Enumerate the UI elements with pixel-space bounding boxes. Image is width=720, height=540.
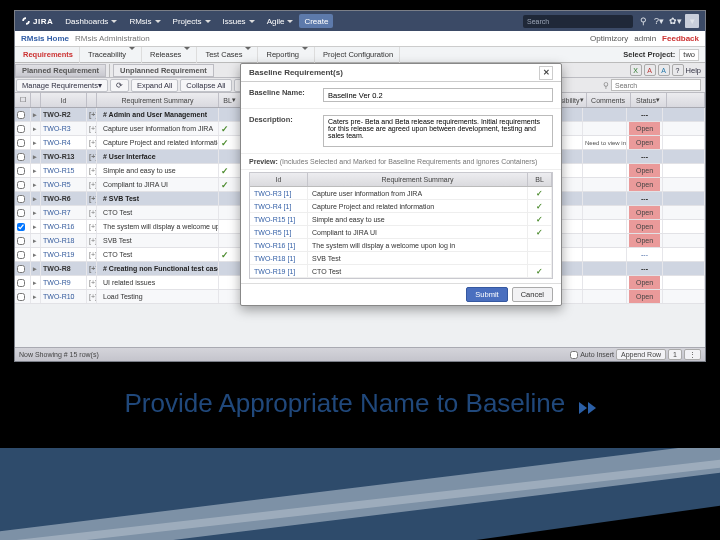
preview-row[interactable]: TWO-R3 [1]Capture user information from …: [250, 187, 552, 200]
pv-id[interactable]: TWO-R3 [1]: [250, 187, 308, 199]
row-id[interactable]: TWO-R8: [41, 262, 87, 275]
col-checkbox[interactable]: ☐: [15, 93, 31, 107]
tab-requirements[interactable]: Requirements: [17, 47, 80, 63]
pv-id[interactable]: TWO-R15 [1]: [250, 213, 308, 225]
col-status[interactable]: Status ▾: [631, 93, 667, 107]
row-checkbox[interactable]: [17, 237, 25, 245]
row-id[interactable]: TWO-R5: [41, 178, 87, 191]
pv-id[interactable]: TWO-R16 [1]: [250, 239, 308, 251]
create-button[interactable]: Create: [299, 14, 333, 28]
row-summary[interactable]: # SVB Test: [97, 192, 219, 205]
description-textarea[interactable]: [323, 115, 553, 147]
filter-search-input[interactable]: [611, 79, 701, 91]
menu-issues[interactable]: Issues: [217, 11, 261, 31]
rmsis-home-link[interactable]: RMsis Home: [21, 34, 69, 43]
row-id[interactable]: TWO-R9: [41, 276, 87, 289]
col-summary[interactable]: Requirement Summary: [97, 93, 219, 107]
quick-search-icon[interactable]: ⚲: [637, 15, 649, 27]
row-checkbox[interactable]: [17, 279, 25, 287]
pv-id[interactable]: TWO-R5 [1]: [250, 226, 308, 238]
feedback-link[interactable]: Feedback: [662, 34, 699, 43]
append-row-button[interactable]: Append Row: [616, 349, 666, 360]
export-pdf-icon[interactable]: A: [644, 64, 656, 76]
menu-agile[interactable]: Agile: [261, 11, 300, 31]
export-excel-icon[interactable]: X: [630, 64, 642, 76]
row-summary[interactable]: # User Interface: [97, 150, 219, 163]
jira-logo[interactable]: JIRA: [15, 16, 59, 26]
menu-dashboards[interactable]: Dashboards: [59, 11, 123, 31]
row-id[interactable]: TWO-R13: [41, 150, 87, 163]
col-id[interactable]: Id: [41, 93, 87, 107]
submit-button[interactable]: Submit: [466, 287, 507, 302]
unplanned-requirement-tab[interactable]: Unplanned Requirement: [113, 64, 214, 77]
menu-projects[interactable]: Projects: [167, 11, 217, 31]
row-id[interactable]: TWO-R7: [41, 206, 87, 219]
row-id[interactable]: TWO-R16: [41, 220, 87, 233]
manage-requirements-button[interactable]: Manage Requirements ▾: [16, 79, 108, 92]
row-id[interactable]: TWO-R19: [41, 248, 87, 261]
tab-reporting[interactable]: Reporting: [260, 47, 315, 63]
project-select[interactable]: two: [679, 49, 699, 61]
append-count[interactable]: 1: [668, 349, 682, 360]
preview-row[interactable]: TWO-R4 [1]Capture Project and related in…: [250, 200, 552, 213]
export-csv-icon[interactable]: A: [658, 64, 670, 76]
cancel-button[interactable]: Cancel: [512, 287, 553, 302]
row-summary[interactable]: UI related issues: [97, 276, 219, 289]
row-id[interactable]: TWO-R18: [41, 234, 87, 247]
row-checkbox[interactable]: [17, 167, 25, 175]
append-more-button[interactable]: ⋮: [684, 349, 701, 360]
row-id[interactable]: TWO-R4: [41, 136, 87, 149]
row-id[interactable]: TWO-R3: [41, 122, 87, 135]
row-checkbox[interactable]: [17, 293, 25, 301]
row-checkbox[interactable]: [17, 111, 25, 119]
row-summary[interactable]: Capture Project and related information: [97, 136, 219, 149]
row-summary[interactable]: Simple and easy to use: [97, 164, 219, 177]
row-id[interactable]: TWO-R2: [41, 108, 87, 121]
refresh-button[interactable]: ⟳: [110, 79, 129, 92]
preview-row[interactable]: TWO-R15 [1]Simple and easy to use✓: [250, 213, 552, 226]
expand-all-button[interactable]: Expand All: [131, 79, 178, 92]
pv-id[interactable]: TWO-R19 [1]: [250, 265, 308, 277]
row-checkbox[interactable]: [17, 181, 25, 189]
preview-row[interactable]: TWO-R16 [1]The system will display a wel…: [250, 239, 552, 252]
menu-rmsis[interactable]: RMsis: [123, 11, 166, 31]
row-summary[interactable]: Capture user information from JIRA: [97, 122, 219, 135]
row-id[interactable]: TWO-R15: [41, 164, 87, 177]
admin-link[interactable]: admin: [634, 34, 656, 43]
col-comments[interactable]: Comments: [587, 93, 631, 107]
planned-requirement-tab[interactable]: Planned Requirement: [15, 64, 106, 77]
row-checkbox[interactable]: [17, 209, 25, 217]
help-label[interactable]: Help: [686, 66, 701, 75]
row-checkbox[interactable]: [17, 125, 25, 133]
global-search[interactable]: Search: [523, 15, 633, 28]
row-summary[interactable]: Compliant to JIRA UI: [97, 178, 219, 191]
settings-icon[interactable]: ✿▾: [669, 15, 681, 27]
row-summary[interactable]: # Admin and User Management: [97, 108, 219, 121]
baseline-name-input[interactable]: [323, 88, 553, 102]
rmsis-admin-link[interactable]: RMsis Administration: [75, 34, 150, 43]
tab-testcases[interactable]: Test Cases: [199, 47, 258, 63]
row-summary[interactable]: Load Testing: [97, 290, 219, 303]
preview-row[interactable]: TWO-R5 [1]Compliant to JIRA UI✓: [250, 226, 552, 239]
row-checkbox[interactable]: [17, 139, 25, 147]
row-checkbox[interactable]: [17, 153, 25, 161]
row-checkbox[interactable]: [17, 251, 25, 259]
tab-projectconfig[interactable]: Project Configuration: [317, 47, 400, 63]
optimizory-link[interactable]: Optimizory: [590, 34, 628, 43]
row-summary[interactable]: CTO Test: [97, 248, 219, 261]
row-summary[interactable]: SVB Test: [97, 234, 219, 247]
row-id[interactable]: TWO-R6: [41, 192, 87, 205]
pv-id[interactable]: TWO-R18 [1]: [250, 252, 308, 264]
preview-row[interactable]: TWO-R18 [1]SVB Test: [250, 252, 552, 265]
collapse-all-button[interactable]: Collapse All: [180, 79, 231, 92]
row-summary[interactable]: # Creating non Functional test cases: [97, 262, 219, 275]
modal-close-button[interactable]: ✕: [539, 66, 553, 80]
pv-id[interactable]: TWO-R4 [1]: [250, 200, 308, 212]
row-summary[interactable]: The system will display a welcome upon l…: [97, 220, 219, 233]
row-checkbox[interactable]: [17, 223, 25, 231]
help-button[interactable]: ?: [672, 64, 684, 76]
row-checkbox[interactable]: [17, 195, 25, 203]
row-id[interactable]: TWO-R10: [41, 290, 87, 303]
row-summary[interactable]: CTO Test: [97, 206, 219, 219]
preview-row[interactable]: TWO-R19 [1]CTO Test✓: [250, 265, 552, 278]
